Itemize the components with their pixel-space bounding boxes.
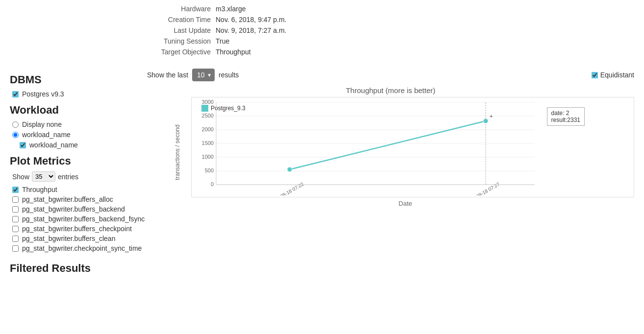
workload-name-label: workload_name (22, 131, 71, 139)
metric-label-throughput: Throughput (22, 186, 57, 193)
svg-text:0: 0 (211, 181, 214, 187)
show-entries-row: Show 35 10 25 50 100 entries (12, 171, 127, 182)
metric-label-buffers_alloc: pg_stat_bgwriter.buffers_alloc (22, 195, 113, 203)
creation-time-label: Creation Time (147, 16, 216, 24)
tuning-session-label: Tuning Session (147, 37, 216, 45)
svg-text:11-09-18 07:22: 11-09-18 07:22 (273, 181, 305, 195)
chart-wrapper: transactions / second Postgres_9.3 date:… (176, 97, 634, 207)
chart-controls: Show the last 10 5 15 20 25 results Equi… (147, 69, 634, 81)
metric-row-buffers_checkpoint[interactable]: pg_stat_bgwriter.buffers_checkpoint (12, 225, 127, 233)
workload-section: Workload Display none workload_name work… (10, 104, 127, 149)
last-update-label: Last Update (147, 26, 216, 34)
hardware-label: Hardware (147, 5, 216, 13)
info-section: Hardware m3.xlarge Creation Time Nov. 6,… (0, 0, 644, 64)
last-update-row: Last Update Nov. 9, 2018, 7:27 a.m. (147, 26, 644, 34)
hardware-row: Hardware m3.xlarge (147, 5, 644, 13)
metric-row-checkpoint_sync_time[interactable]: pg_stat_bgwriter.checkpoint_sync_time (12, 244, 127, 252)
y-axis-label: transactions / second (174, 124, 181, 180)
metric-label-buffers_checkpoint: pg_stat_bgwriter.buffers_checkpoint (22, 225, 132, 233)
plot-metrics-section: Plot Metrics Show 35 10 25 50 100 entrie… (10, 155, 127, 252)
filtered-results-title: Filtered Results (10, 262, 127, 275)
svg-text:1500: 1500 (202, 140, 214, 146)
workload-name-checkbox[interactable] (20, 142, 26, 148)
svg-point-17 (287, 167, 292, 172)
workload-name-checkbox-label: workload_name (29, 141, 78, 149)
sidebar: DBMS Postgres v9.3 Workload Display none… (0, 69, 137, 280)
tuning-session-row: Tuning Session True (147, 37, 644, 45)
plot-metrics-title: Plot Metrics (10, 155, 127, 167)
chart-title: Throughput (more is better) (147, 86, 634, 95)
metric-checkbox-checkpoint_sync_time[interactable] (12, 245, 19, 252)
show-last-select-wrapper[interactable]: 10 5 15 20 25 (192, 69, 215, 81)
entries-label: entries (58, 173, 78, 181)
svg-text:2500: 2500 (202, 113, 214, 119)
entries-select[interactable]: 35 10 25 50 100 (32, 171, 55, 182)
svg-text:3000: 3000 (202, 99, 214, 105)
metrics-list: Throughputpg_stat_bgwriter.buffers_alloc… (10, 186, 127, 252)
metric-row-buffers_alloc[interactable]: pg_stat_bgwriter.buffers_alloc (12, 195, 127, 203)
show-last-label: Show the last (147, 71, 188, 79)
metric-checkbox-buffers_checkpoint[interactable] (12, 226, 19, 232)
metric-checkbox-buffers_clean[interactable] (12, 236, 19, 242)
dbms-title: DBMS (10, 73, 127, 86)
svg-text:11-09-18 07:27: 11-09-18 07:27 (469, 181, 501, 195)
show-last-select[interactable]: 10 5 15 20 25 (192, 69, 215, 81)
last-update-value: Nov. 9, 2018, 7:27 a.m. (216, 26, 287, 34)
svg-text:500: 500 (205, 167, 214, 173)
svg-text:2000: 2000 (202, 126, 214, 132)
hardware-value: m3.xlarge (216, 5, 246, 13)
dbms-checkbox[interactable] (12, 91, 19, 97)
metric-row-buffers_clean[interactable]: pg_stat_bgwriter.buffers_clean (12, 235, 127, 242)
main-layout: DBMS Postgres v9.3 Workload Display none… (0, 64, 644, 280)
workload-display-none-radio[interactable] (12, 121, 19, 128)
metric-row-buffers_backend[interactable]: pg_stat_bgwriter.buffers_backend (12, 205, 127, 213)
metric-label-buffers_backend: pg_stat_bgwriter.buffers_backend (22, 205, 125, 213)
target-objective-row: Target Objective Throughput (147, 48, 644, 56)
results-label: results (219, 71, 239, 79)
svg-text:+: + (490, 113, 493, 119)
show-label: Show (12, 173, 29, 181)
creation-time-row: Creation Time Nov. 6, 2018, 9:47 p.m. (147, 16, 644, 24)
metric-checkbox-throughput[interactable] (12, 187, 19, 193)
metric-label-checkpoint_sync_time: pg_stat_bgwriter.checkpoint_sync_time (22, 244, 142, 252)
workload-display-none-row[interactable]: Display none (12, 120, 127, 128)
chart-area: Show the last 10 5 15 20 25 results Equi… (137, 69, 644, 280)
metric-row-buffers_backend_fsync[interactable]: pg_stat_bgwriter.buffers_backend_fsync (12, 215, 127, 223)
workload-display-none-label: Display none (22, 120, 62, 128)
chart-svg-wrapper: 3000 2500 2000 1500 1000 500 0 11-09-18 … (192, 97, 634, 197)
metric-checkbox-buffers_backend[interactable] (12, 206, 19, 213)
chart-container: Postgres_9.3 date: 2 result:2331 (191, 97, 634, 197)
metric-row-throughput[interactable]: Throughput (12, 186, 127, 193)
target-objective-label: Target Objective (147, 48, 216, 56)
metric-checkbox-buffers_alloc[interactable] (12, 196, 19, 203)
x-axis-label: Date (176, 200, 634, 207)
dbms-checkbox-label: Postgres v9.3 (22, 90, 64, 98)
equidistant-label: Equidistant (600, 71, 634, 79)
workload-title: Workload (10, 104, 127, 117)
workload-name-row[interactable]: workload_name (12, 131, 127, 139)
tuning-session-value: True (216, 37, 229, 45)
page-container: Hardware m3.xlarge Creation Time Nov. 6,… (0, 0, 644, 334)
metric-label-buffers_backend_fsync: pg_stat_bgwriter.buffers_backend_fsync (22, 215, 145, 223)
svg-line-16 (290, 121, 486, 169)
metric-label-buffers_clean: pg_stat_bgwriter.buffers_clean (22, 235, 115, 242)
svg-text:1000: 1000 (202, 154, 214, 160)
workload-name-radio[interactable] (12, 132, 19, 138)
dbms-checkbox-row[interactable]: Postgres v9.3 (12, 90, 127, 98)
target-objective-value: Throughput (216, 48, 251, 56)
metric-checkbox-buffers_backend_fsync[interactable] (12, 216, 19, 222)
equidistant-checkbox[interactable] (592, 72, 598, 78)
workload-name-checkbox-row[interactable]: workload_name (20, 141, 127, 149)
creation-time-value: Nov. 6, 2018, 9:47 p.m. (216, 16, 287, 24)
equidistant-row[interactable]: Equidistant (592, 71, 634, 79)
chart-svg: 3000 2500 2000 1500 1000 500 0 11-09-18 … (192, 97, 540, 195)
